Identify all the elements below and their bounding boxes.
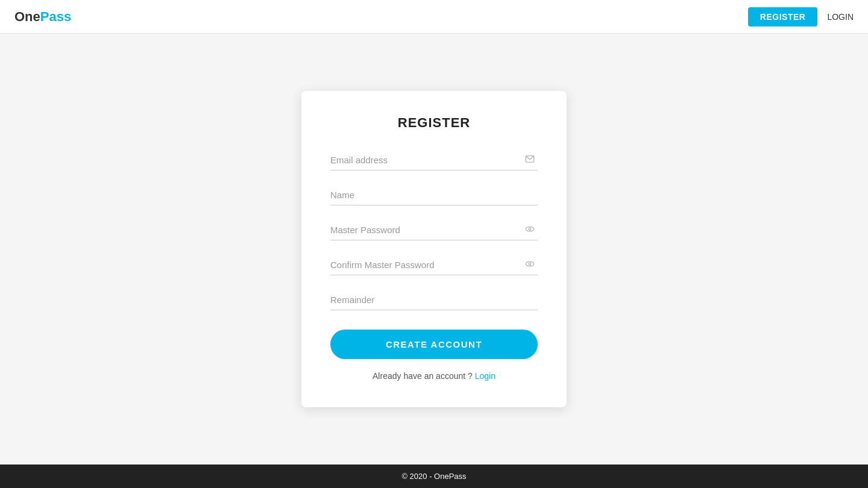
- logo: OnePass: [14, 9, 71, 25]
- svg-point-3: [526, 261, 534, 266]
- confirm-password-group: [330, 255, 538, 275]
- register-button[interactable]: REGISTER: [748, 7, 818, 27]
- svg-point-1: [526, 227, 534, 231]
- master-password-input[interactable]: [330, 220, 538, 240]
- header-nav: REGISTER LOGIN: [748, 7, 854, 27]
- email-group: [330, 150, 538, 170]
- name-group: [330, 185, 538, 205]
- name-input[interactable]: [330, 185, 538, 205]
- logo-pass: Pass: [40, 9, 71, 25]
- svg-point-4: [529, 263, 531, 265]
- master-password-toggle-icon[interactable]: [524, 224, 535, 237]
- confirm-password-toggle-icon[interactable]: [524, 258, 535, 272]
- card-title: REGISTER: [330, 115, 538, 131]
- footer-copyright: © 2020 - OnePass: [401, 472, 466, 481]
- footer: © 2020 - OnePass: [0, 465, 868, 488]
- create-account-button[interactable]: CREATE ACCOUNT: [330, 330, 538, 359]
- confirm-password-input[interactable]: [330, 255, 538, 275]
- already-account-label: Already have an account ?: [373, 371, 473, 381]
- already-account-text: Already have an account ? Login: [330, 371, 538, 381]
- master-password-group: [330, 220, 538, 240]
- header: OnePass REGISTER LOGIN: [0, 0, 868, 34]
- register-card: REGISTER: [301, 91, 567, 407]
- email-input[interactable]: [330, 150, 538, 170]
- svg-point-2: [529, 228, 531, 230]
- login-nav-link[interactable]: LOGIN: [827, 12, 854, 22]
- main-content: REGISTER: [0, 34, 868, 465]
- remainder-input[interactable]: [330, 290, 538, 310]
- card-icon: [524, 154, 535, 167]
- logo-one: One: [14, 9, 40, 25]
- remainder-group: [330, 290, 538, 310]
- login-form-link[interactable]: Login: [475, 371, 495, 381]
